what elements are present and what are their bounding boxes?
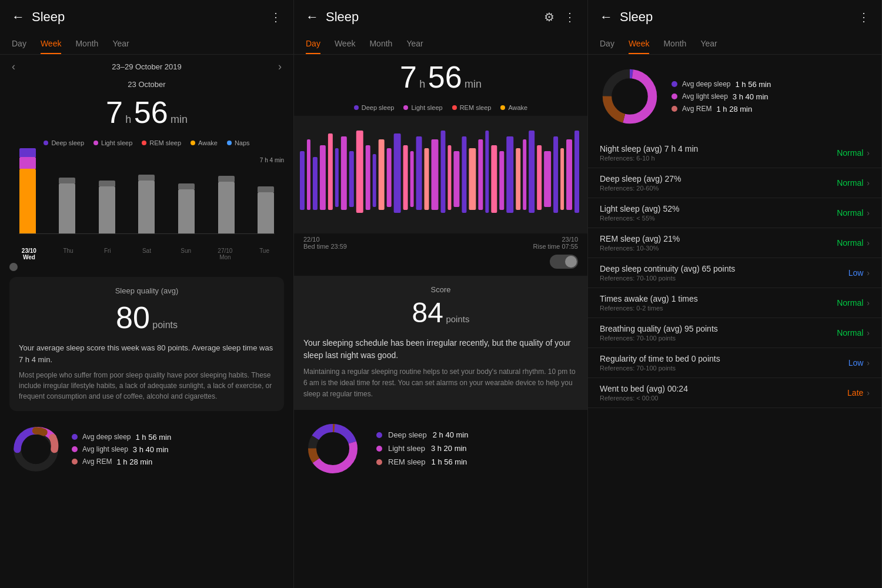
toggle-btn-p2[interactable] [550,255,578,269]
stat-row-6[interactable]: Breathing quality (avg) 95 points Refere… [588,318,881,348]
chevron-5: › [867,298,870,308]
tab-year-p3[interactable]: Year [700,34,717,54]
minutes-p2: 56 [428,60,462,94]
bar-col-6[interactable] [258,186,274,233]
bar-col-1[interactable] [59,178,75,233]
stat-row-0[interactable]: Night sleep (avg) 7 h 4 min References: … [588,138,881,168]
title-p1: Sleep [32,9,65,25]
stat-status-4: Low [848,268,864,278]
tab-month-p1[interactable]: Month [75,34,98,54]
header-p3: ← Sleep ⋮ [588,0,881,34]
dot-naps-p1 [227,141,232,145]
donut-legend-p1: Avg deep sleep 1 h 56 min Avg light slee… [72,433,171,466]
svg-rect-33 [529,131,534,213]
bar-seg-deep-0 [19,148,36,157]
val-deep-p2: 2 h 40 min [433,430,469,439]
svg-rect-6 [328,133,333,210]
donut-p1 [9,423,62,476]
menu-button-p1[interactable]: ⋮ [270,10,282,24]
bar-seg-t-3 [138,175,155,181]
stat-row-1[interactable]: Deep sleep (avg) 27% References: 20-60% … [588,168,881,198]
stat-row-4[interactable]: Deep sleep continuity (avg) 65 points Re… [588,258,881,288]
stat-status-0: Normal [837,148,863,158]
back-button-p2[interactable]: ← [306,9,319,25]
stat-name-5: Times awake (avg) 1 times [600,294,837,303]
m-unit-p1: min [171,113,188,125]
val-rem-p1: 1 h 28 min [116,457,152,466]
dot-rem-p1 [142,141,146,145]
legend-awake-p1: Awake [191,139,218,146]
next-arrow-p1[interactable]: › [278,61,282,73]
legend-rem-p2: REM sleep [452,104,492,111]
date-range-p1: 23–29 October 2019 [112,62,182,71]
svg-rect-16 [403,145,408,210]
tab-week-p1[interactable]: Week [41,34,62,54]
stat-row-3[interactable]: REM sleep (avg) 21% References: 10-30% N… [588,228,881,258]
stat-left-4: Deep sleep continuity (avg) 65 points Re… [600,264,848,282]
donut-legend-p2: Deep sleep 2 h 40 min Light sleep 3 h 20… [376,430,468,466]
tab-day-p1[interactable]: Day [12,34,26,54]
prev-arrow-p1[interactable]: ‹ [12,61,15,73]
legend-item-deep-p1: Avg deep sleep 1 h 56 min [72,433,171,442]
svg-rect-3 [307,139,310,210]
back-button-p1[interactable]: ← [12,9,25,25]
tab-day-p3[interactable]: Day [600,34,614,54]
stat-ref-4: References: 70-100 points [600,275,848,282]
stat-row-5[interactable]: Times awake (avg) 1 times References: 0-… [588,288,881,318]
legend-rem-p2-d: REM sleep 1 h 56 min [376,457,468,466]
stats-list-p3: Night sleep (avg) 7 h 4 min References: … [588,138,881,588]
legend-rem-p3: Avg REM 1 h 28 min [671,105,771,113]
bar-col-3[interactable] [138,175,155,233]
bar-stack-6 [258,186,274,233]
hours-p2: 7 [400,60,417,94]
stat-name-8: Went to bed (avg) 00:24 [600,384,847,393]
val-light-p3: 3 h 40 min [733,92,769,101]
h-unit-p2: h [419,78,425,90]
svg-rect-30 [506,136,513,213]
x-axis-p1 [19,233,275,234]
header-left-p2: ← Sleep [306,9,359,25]
chevron-3: › [867,238,870,248]
menu-button-p3[interactable]: ⋮ [858,10,870,24]
header-left-p3: ← Sleep [600,9,653,25]
panel-stats: ← Sleep ⋮ Day Week Month Year Avg deep s… [588,0,882,588]
toggle-thumb-p2 [565,256,577,268]
menu-button-p2[interactable]: ⋮ [564,10,576,24]
bar-seg-t-2 [99,181,115,186]
stat-row-8[interactable]: Went to bed (avg) 00:24 References: < 00… [588,378,881,408]
tab-week-p3[interactable]: Week [629,34,650,54]
dot-d-p2 [376,432,382,438]
svg-rect-10 [356,131,363,213]
donut-svg-p3 [597,64,662,129]
stat-right-7: Low › [848,358,870,368]
sleep-time-p2: 7 h 56 min [294,55,587,102]
stat-row-2[interactable]: Light sleep (avg) 52% References: < 55% … [588,198,881,228]
stat-row-7[interactable]: Regularity of time to bed 0 points Refer… [588,348,881,378]
stat-name-3: REM sleep (avg) 21% [600,234,837,243]
bar-col-2[interactable] [99,181,115,233]
svg-rect-36 [553,136,558,213]
tab-year-p2[interactable]: Year [406,34,423,54]
svg-rect-22 [447,145,451,210]
chevron-8: › [867,388,870,397]
score-num-p2: 84 [412,297,443,328]
edit-button-p2[interactable]: ⚙ [544,10,554,24]
score-number-p1: 80 [116,300,150,335]
bar-col-5[interactable] [218,176,235,233]
score-sub-p2: Maintaining a regular sleeping routine h… [303,366,578,400]
dot-awake-p2 [500,105,505,110]
score-val-row-p2: 84 points [303,294,578,331]
bar-col-0[interactable] [19,148,36,233]
chevron-4: › [867,268,870,278]
tab-day-p2[interactable]: Day [306,34,320,54]
svg-rect-7 [335,148,339,207]
legend-light-p2: Light sleep [403,104,442,111]
tab-month-p3[interactable]: Month [663,34,686,54]
back-button-p3[interactable]: ← [600,9,613,25]
tab-year-p1[interactable]: Year [112,34,129,54]
tab-week-p2[interactable]: Week [335,34,356,54]
tab-month-p2[interactable]: Month [369,34,392,54]
stat-left-2: Light sleep (avg) 52% References: < 55% [600,204,837,222]
bar-col-4[interactable] [178,183,195,233]
stat-ref-7: References: 70-100 points [600,365,848,372]
